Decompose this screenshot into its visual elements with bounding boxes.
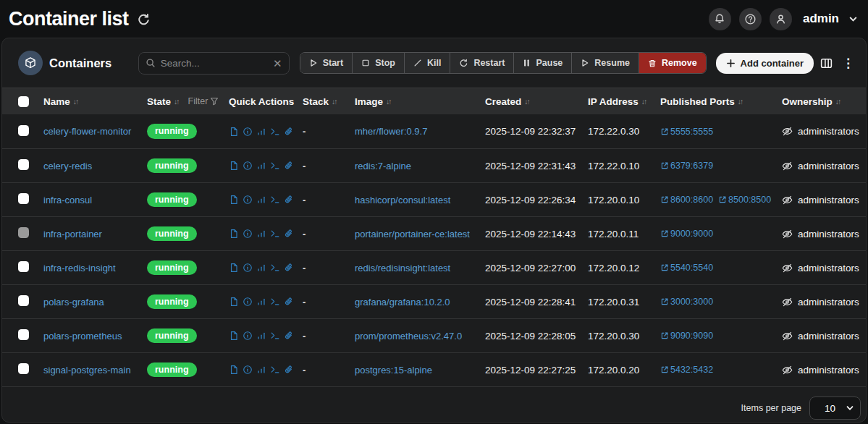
select-all-checkbox[interactable] (18, 96, 29, 107)
console-icon[interactable] (270, 297, 280, 307)
row-checkbox[interactable] (18, 295, 29, 306)
remove-button[interactable]: Remove (639, 53, 706, 73)
image-link[interactable]: redis:7-alpine (355, 161, 411, 171)
column-header-name[interactable]: Name↓↑ (43, 96, 147, 107)
image-link[interactable]: grafana/grafana:10.2.0 (355, 297, 450, 308)
published-port-link[interactable]: 5555:5555 (660, 127, 713, 137)
container-name-link[interactable]: polars-prometheus (43, 331, 122, 342)
published-port-link[interactable]: 9000:9000 (660, 229, 713, 239)
row-checkbox[interactable] (18, 261, 29, 272)
column-header-ip-address[interactable]: IP Address↓↑ (588, 96, 660, 107)
published-port-link[interactable]: 8500:8500 (718, 195, 771, 205)
container-name-link[interactable]: celery-flower-monitor (43, 126, 131, 137)
inspect-icon[interactable] (243, 297, 253, 307)
attach-icon[interactable] (284, 331, 294, 341)
state-filter-button[interactable]: Filter (188, 96, 219, 106)
user-button[interactable] (770, 8, 792, 30)
row-checkbox[interactable] (18, 159, 29, 170)
container-name-link[interactable]: infra-consul (43, 195, 92, 205)
published-port-link[interactable]: 5432:5432 (660, 365, 713, 375)
stats-icon[interactable] (256, 127, 266, 137)
logs-icon[interactable] (229, 263, 239, 273)
column-header-image[interactable]: Image↓↑ (355, 96, 485, 107)
logs-icon[interactable] (229, 127, 239, 137)
items-per-page-select[interactable]: 10 (809, 397, 861, 420)
kill-button[interactable]: Kill (404, 53, 450, 73)
published-port-link[interactable]: 5540:5540 (660, 263, 713, 273)
attach-icon[interactable] (284, 229, 294, 239)
inspect-icon[interactable] (243, 331, 253, 341)
inspect-icon[interactable] (243, 263, 253, 273)
start-button[interactable]: Start (300, 53, 352, 73)
image-link[interactable]: redis/redisinsight:latest (355, 263, 450, 274)
stats-icon[interactable] (256, 195, 266, 205)
row-checkbox[interactable] (18, 363, 29, 374)
refresh-icon[interactable] (137, 13, 151, 27)
resume-button[interactable]: Resume (571, 53, 639, 73)
inspect-icon[interactable] (243, 229, 253, 239)
column-header-state[interactable]: State↓↑ Filter (147, 96, 229, 107)
column-header-stack[interactable]: Stack↓↑ (303, 96, 355, 107)
image-link[interactable]: portainer/portainer-ce:latest (355, 229, 470, 239)
image-link[interactable]: mher/flower:0.9.7 (355, 126, 427, 137)
container-name-link[interactable]: polars-grafana (43, 297, 104, 308)
logs-icon[interactable] (229, 229, 239, 239)
more-options-button[interactable]: ⋮ (839, 53, 857, 74)
column-header-published-ports[interactable]: Published Ports↓↑ (660, 96, 782, 107)
stats-icon[interactable] (256, 161, 266, 171)
published-port-link[interactable]: 9090:9090 (660, 331, 713, 341)
columns-settings-button[interactable] (817, 54, 836, 73)
help-button[interactable] (739, 8, 762, 30)
pause-button[interactable]: Pause (513, 53, 571, 73)
inspect-icon[interactable] (243, 195, 253, 205)
console-icon[interactable] (270, 127, 280, 137)
attach-icon[interactable] (284, 365, 294, 375)
console-icon[interactable] (270, 229, 280, 239)
inspect-icon[interactable] (243, 365, 253, 375)
image-link[interactable]: hashicorp/consul:latest (355, 195, 450, 205)
image-link[interactable]: postgres:15-alpine (355, 365, 432, 376)
logs-icon[interactable] (229, 331, 239, 341)
attach-icon[interactable] (284, 263, 294, 273)
notifications-button[interactable] (709, 8, 731, 30)
row-checkbox[interactable] (18, 125, 29, 136)
add-container-button[interactable]: Add container (716, 53, 814, 74)
console-icon[interactable] (270, 161, 280, 171)
attach-icon[interactable] (284, 127, 294, 137)
logs-icon[interactable] (229, 161, 239, 171)
restart-button[interactable]: Restart (450, 53, 513, 73)
container-name-link[interactable]: celery-redis (43, 161, 92, 171)
container-name-link[interactable]: infra-redis-insight (43, 263, 116, 274)
stats-icon[interactable] (256, 331, 266, 341)
inspect-icon[interactable] (243, 161, 253, 171)
container-name-link[interactable]: infra-portainer (43, 229, 102, 239)
logs-icon[interactable] (229, 297, 239, 307)
row-checkbox[interactable] (18, 193, 29, 204)
search-input[interactable] (161, 58, 268, 69)
published-port-link[interactable]: 6379:6379 (660, 161, 713, 171)
container-name-link[interactable]: signal-postgres-main (43, 365, 131, 376)
stats-icon[interactable] (256, 263, 266, 273)
attach-icon[interactable] (284, 195, 294, 205)
stats-icon[interactable] (256, 365, 266, 375)
logs-icon[interactable] (229, 365, 239, 375)
published-port-link[interactable]: 8600:8600 (660, 195, 713, 205)
console-icon[interactable] (270, 195, 280, 205)
attach-icon[interactable] (284, 297, 294, 307)
stats-icon[interactable] (256, 229, 266, 239)
attach-icon[interactable] (284, 161, 294, 171)
username[interactable]: admin (803, 12, 839, 26)
clear-search-icon[interactable]: ✕ (273, 58, 282, 69)
console-icon[interactable] (270, 365, 280, 375)
stats-icon[interactable] (256, 297, 266, 307)
row-checkbox[interactable] (18, 329, 29, 340)
column-header-created[interactable]: Created↓↑ (485, 96, 588, 107)
console-icon[interactable] (270, 331, 280, 341)
image-link[interactable]: prom/prometheus:v2.47.0 (355, 331, 462, 342)
column-header-ownership[interactable]: Ownership↓↑ (782, 96, 866, 107)
chevron-down-icon[interactable] (848, 14, 858, 24)
inspect-icon[interactable] (243, 127, 253, 137)
console-icon[interactable] (270, 263, 280, 273)
logs-icon[interactable] (229, 195, 239, 205)
stop-button[interactable]: Stop (352, 53, 404, 73)
